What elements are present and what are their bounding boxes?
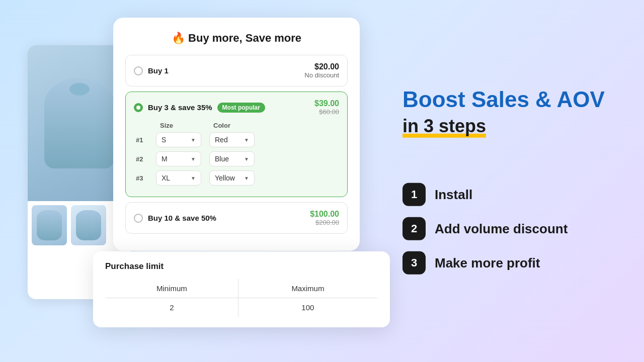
step-item-2: 2 Add volume discount bbox=[403, 217, 614, 240]
purchase-limit-title: Purchase limit bbox=[105, 261, 378, 272]
variants-section: Size Color #1 S ▼ Red ▼ bbox=[134, 122, 339, 190]
buy-more-modal: 🔥 Buy more, Save more Buy 1 $20.00 No di… bbox=[113, 18, 360, 251]
chevron-size-1: ▼ bbox=[191, 137, 196, 143]
option-buy10-left: Buy 10 & save 50% bbox=[134, 214, 216, 223]
steps-list: 1 Install 2 Add volume discount 3 Make m… bbox=[403, 183, 614, 275]
variant-row-3: #3 XL ▼ Yellow ▼ bbox=[136, 170, 337, 186]
color-select-2[interactable]: Blue ▼ bbox=[209, 151, 255, 166]
step-label-3: Make more profit bbox=[435, 255, 540, 271]
minimum-header: Minimum bbox=[106, 279, 238, 298]
thumb-hoodie-shape bbox=[37, 210, 62, 240]
size-select-1[interactable]: S ▼ bbox=[156, 132, 201, 147]
color-value-1: Red bbox=[215, 136, 228, 144]
step-item-1: 1 Install bbox=[403, 183, 614, 206]
radio-buy10[interactable] bbox=[134, 214, 143, 223]
variant-num-2: #2 bbox=[136, 155, 148, 163]
buy10-original-price: $200.00 bbox=[310, 219, 339, 226]
option-buy3-left: Buy 3 & save 35% Most popular bbox=[134, 103, 265, 113]
boost-subtitle-wrapper: in 3 steps bbox=[403, 116, 614, 161]
chevron-size-2: ▼ bbox=[191, 156, 196, 162]
variant-row-2: #2 M ▼ Blue ▼ bbox=[136, 151, 337, 166]
boost-title: Boost Sales & AOV bbox=[403, 87, 614, 112]
chevron-color-1: ▼ bbox=[244, 137, 249, 143]
chevron-color-3: ▼ bbox=[244, 175, 249, 181]
buy3-price-value: $39.00 bbox=[314, 99, 339, 108]
variants-num-spacer bbox=[140, 122, 152, 129]
color-select-1[interactable]: Red ▼ bbox=[209, 132, 255, 147]
size-select-2[interactable]: M ▼ bbox=[156, 151, 201, 166]
maximum-header: Maximum bbox=[238, 279, 377, 298]
thumb-hoodie-shape-2 bbox=[76, 210, 101, 240]
option-buy1[interactable]: Buy 1 $20.00 No discount bbox=[125, 55, 348, 86]
size-column-header: Size bbox=[160, 122, 205, 129]
buy1-discount-label: No discount bbox=[304, 71, 339, 79]
popular-badge: Most popular bbox=[217, 103, 265, 113]
buy3-original-price: $60.00 bbox=[314, 108, 339, 116]
option-buy1-price: $20.00 No discount bbox=[304, 62, 339, 79]
color-value-2: Blue bbox=[215, 155, 229, 163]
option-buy3-label: Buy 3 & save 35% bbox=[148, 103, 212, 112]
variant-row-1: #1 S ▼ Red ▼ bbox=[136, 132, 337, 147]
buy10-price-value: $100.00 bbox=[310, 210, 339, 219]
color-column-header: Color bbox=[213, 122, 230, 129]
right-panel: Boost Sales & AOV in 3 steps 1 Install 2… bbox=[403, 87, 614, 275]
size-value-3: XL bbox=[162, 174, 170, 182]
option-buy3[interactable]: Buy 3 & save 35% Most popular $39.00 $60… bbox=[125, 92, 348, 197]
buy1-price-value: $20.00 bbox=[304, 62, 339, 71]
option-buy3-top: Buy 3 & save 35% Most popular $39.00 $60… bbox=[134, 99, 339, 116]
boost-subtitle: in 3 steps bbox=[403, 116, 486, 137]
thumbnail-1[interactable] bbox=[32, 205, 67, 245]
option-buy1-label: Buy 1 bbox=[148, 66, 169, 75]
radio-buy3[interactable] bbox=[134, 103, 143, 112]
chevron-size-3: ▼ bbox=[191, 175, 196, 181]
size-value-1: S bbox=[162, 136, 166, 144]
chevron-color-2: ▼ bbox=[244, 156, 249, 162]
option-buy10-price: $100.00 $200.00 bbox=[310, 210, 339, 226]
option-buy10[interactable]: Buy 10 & save 50% $100.00 $200.00 bbox=[125, 202, 348, 234]
step-num-1: 1 bbox=[403, 183, 426, 206]
step-label-2: Add volume discount bbox=[435, 221, 568, 237]
step-item-3: 3 Make more profit bbox=[403, 251, 614, 275]
variants-header: Size Color bbox=[136, 122, 337, 129]
step-label-1: Install bbox=[435, 187, 472, 203]
thumbnail-2[interactable] bbox=[71, 205, 106, 245]
variant-num-1: #1 bbox=[136, 136, 148, 144]
option-buy10-label: Buy 10 & save 50% bbox=[148, 214, 216, 222]
purchase-limit-card: Purchase limit Minimum Maximum 2 100 bbox=[93, 251, 390, 327]
step-num-2: 2 bbox=[403, 217, 426, 240]
option-buy3-price: $39.00 $60.00 bbox=[314, 99, 339, 116]
color-select-3[interactable]: Yellow ▼ bbox=[209, 170, 255, 186]
option-buy1-left: Buy 1 bbox=[134, 66, 169, 75]
size-value-2: M bbox=[162, 155, 168, 163]
radio-buy1[interactable] bbox=[134, 66, 143, 75]
minimum-value: 2 bbox=[106, 298, 238, 317]
color-value-3: Yellow bbox=[215, 174, 235, 182]
size-select-3[interactable]: XL ▼ bbox=[156, 170, 201, 186]
maximum-value: 100 bbox=[238, 298, 377, 317]
variant-num-3: #3 bbox=[136, 174, 148, 182]
modal-title: 🔥 Buy more, Save more bbox=[125, 32, 348, 45]
limit-table: Minimum Maximum 2 100 bbox=[105, 279, 378, 317]
option-buy3-content: Buy 3 & save 35% Most popular $39.00 $60… bbox=[134, 99, 339, 190]
step-num-3: 3 bbox=[403, 251, 426, 275]
hoodie-illustration bbox=[44, 78, 115, 168]
